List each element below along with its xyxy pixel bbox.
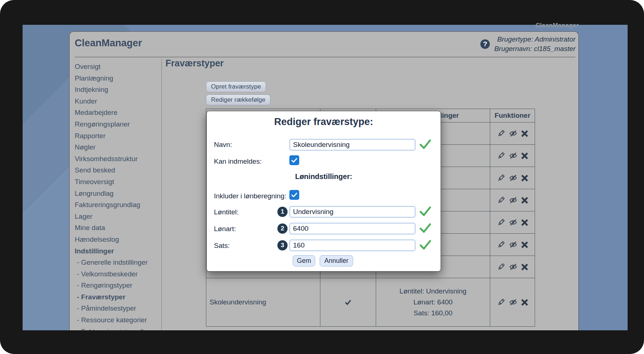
sidebar-item[interactable]: Virksomhedsstruktur xyxy=(75,153,160,165)
sidebar-item[interactable]: - Faktureringsintervaller xyxy=(75,326,160,330)
save-button[interactable]: Gem xyxy=(293,255,315,267)
delete-x-icon[interactable] xyxy=(521,174,528,182)
sidebar: OversigtPlanlægningIndtjekningKunderMeda… xyxy=(75,61,160,330)
delete-x-icon[interactable] xyxy=(521,152,528,160)
sidebar-item[interactable]: Rengøringsplaner xyxy=(75,118,160,130)
header-separator xyxy=(75,57,575,57)
delete-x-icon[interactable] xyxy=(521,130,528,137)
enrollable-checkbox[interactable] xyxy=(289,155,299,165)
edit-pencil-icon[interactable] xyxy=(497,218,506,227)
sidebar-item[interactable]: Lager xyxy=(75,211,160,222)
pay-settings-line: Lønart: 6400 xyxy=(413,297,453,308)
functions-cell xyxy=(490,167,535,189)
delete-x-icon[interactable] xyxy=(521,263,528,271)
delete-x-icon[interactable] xyxy=(521,241,528,249)
create-absence-type-button[interactable]: Opret fraværstype xyxy=(206,81,266,92)
pay-type-input[interactable] xyxy=(289,223,415,234)
edit-pencil-icon[interactable] xyxy=(497,196,506,205)
pay-settings-line: Løntitel: Undervisning xyxy=(399,286,467,297)
sidebar-item[interactable]: Send besked xyxy=(75,164,160,176)
window-frame: CleanManager CleanManager ? Brugertype: … xyxy=(0,0,644,354)
rate-label: Sats: xyxy=(214,242,230,250)
edit-absence-type-modal: Rediger fraværstype: Navn: Kan indmeldes… xyxy=(206,111,441,272)
step-1-badge: 1 xyxy=(277,207,288,217)
edit-pencil-icon[interactable] xyxy=(497,298,506,307)
functions-cell xyxy=(490,189,535,211)
pay-title-label: Løntitel: xyxy=(214,208,239,216)
functions-cell xyxy=(490,278,535,326)
step-2-badge: 2 xyxy=(277,223,288,234)
step-3-badge: 3 xyxy=(277,240,288,250)
functions-cell xyxy=(490,211,535,233)
sidebar-divider xyxy=(161,59,162,330)
user-name-label: Brugernavn: cl185_master xyxy=(494,44,575,54)
hide-eye-slash-icon[interactable] xyxy=(509,151,518,160)
cancel-button[interactable]: Annuller xyxy=(320,255,353,267)
delete-x-icon[interactable] xyxy=(521,197,528,204)
header-functions: Funktioner xyxy=(490,109,535,122)
hide-eye-slash-icon[interactable] xyxy=(509,174,518,182)
modal-title: Rediger fraværstype: xyxy=(207,116,441,128)
sidebar-item[interactable]: Planlægning xyxy=(75,73,160,84)
hide-eye-slash-icon[interactable] xyxy=(509,218,518,227)
edit-pencil-icon[interactable] xyxy=(497,151,506,160)
hide-eye-slash-icon[interactable] xyxy=(509,262,518,271)
include-in-pay-checkbox[interactable] xyxy=(289,190,299,200)
edit-pencil-icon[interactable] xyxy=(497,240,506,249)
hide-eye-slash-icon[interactable] xyxy=(509,196,518,205)
edit-pencil-icon[interactable] xyxy=(497,262,506,271)
edit-pencil-icon[interactable] xyxy=(497,129,506,138)
sidebar-item[interactable]: Kunder xyxy=(75,96,160,107)
sidebar-item[interactable]: Medarbejdere xyxy=(75,107,160,118)
sidebar-item[interactable]: Nøgler xyxy=(75,141,160,153)
sidebar-item[interactable]: Løngrundlag xyxy=(75,188,160,199)
sidebar-item[interactable]: - Rengøringstyper xyxy=(75,280,160,291)
functions-cell xyxy=(490,145,535,167)
hide-eye-slash-icon[interactable] xyxy=(509,240,518,249)
absence-type-name: Skoleundervisning xyxy=(206,278,320,326)
sidebar-item[interactable]: - Fraværstyper xyxy=(75,291,160,303)
functions-cell xyxy=(490,122,535,144)
include-in-pay-label: Inkluder i lønberegning: xyxy=(214,192,286,200)
app-title: CleanManager xyxy=(75,38,142,49)
valid-check-icon xyxy=(419,139,431,151)
user-info-block: ? Brugertype: Administrator Brugernavn: … xyxy=(480,35,575,54)
enrollable-cell xyxy=(320,278,376,326)
valid-check-icon xyxy=(419,206,431,218)
pay-type-label: Lønart: xyxy=(214,225,236,233)
rate-input[interactable] xyxy=(289,240,415,251)
valid-check-icon xyxy=(419,240,431,252)
user-type-label: Brugertype: Administrator xyxy=(494,35,575,44)
pay-title-input[interactable] xyxy=(289,206,415,218)
pay-settings-heading: Lønindstillinger: xyxy=(207,172,441,181)
sidebar-item[interactable]: Oversigt xyxy=(75,61,160,73)
sidebar-item[interactable]: Timeoversigt xyxy=(75,176,160,188)
sidebar-item[interactable]: Faktureringsgrundlag xyxy=(75,199,160,211)
enrollable-label: Kan indmeldes: xyxy=(214,157,262,166)
sidebar-item[interactable]: - Påmindelsestyper xyxy=(75,303,160,314)
enrollable-check-icon xyxy=(345,299,351,305)
hide-eye-slash-icon[interactable] xyxy=(509,129,518,138)
sidebar-item[interactable]: Rapporter xyxy=(75,130,160,142)
delete-x-icon[interactable] xyxy=(521,299,528,306)
sidebar-item[interactable]: - Generelle indstillinger xyxy=(75,257,160,268)
delete-x-icon[interactable] xyxy=(521,219,528,226)
name-input[interactable] xyxy=(289,139,415,151)
hide-eye-slash-icon[interactable] xyxy=(509,298,518,307)
sidebar-item[interactable]: Indstillinger xyxy=(75,245,160,257)
help-icon[interactable]: ? xyxy=(480,39,490,49)
sidebar-item[interactable]: Indtjekning xyxy=(75,84,160,96)
edit-order-button[interactable]: Rediger rækkefølge xyxy=(206,94,270,105)
browser-tab-title: CleanManager xyxy=(535,22,579,29)
sidebar-item[interactable]: - Ressource kategorier xyxy=(75,314,160,326)
valid-check-icon xyxy=(419,223,431,235)
table-row: Skoleundervisning Løntitel: Undervisning… xyxy=(206,278,535,326)
sidebar-item[interactable]: Hændelseslog xyxy=(75,234,160,245)
functions-cell xyxy=(490,256,535,278)
functions-cell xyxy=(490,234,535,256)
name-label: Navn: xyxy=(214,141,232,149)
edit-pencil-icon[interactable] xyxy=(497,174,506,182)
pay-settings-cell: Løntitel: UndervisningLønart: 6400Sats: … xyxy=(376,278,490,326)
sidebar-item[interactable]: - Velkomstbeskeder xyxy=(75,268,160,280)
sidebar-item[interactable]: Mine data xyxy=(75,222,160,234)
